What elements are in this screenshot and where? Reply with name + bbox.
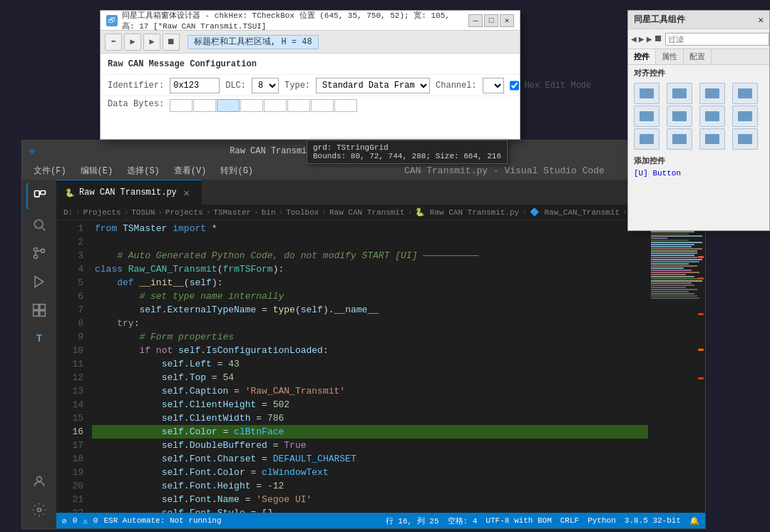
byte-7[interactable] xyxy=(334,99,357,112)
byte-1[interactable] xyxy=(193,99,216,112)
align-icon-inner-10 xyxy=(672,134,687,144)
ln-21: 21 xyxy=(56,493,83,506)
ln-3: 3 xyxy=(56,249,83,262)
mm-31 xyxy=(651,287,686,288)
designer-close-btn[interactable]: ✕ xyxy=(500,14,514,27)
tab-raw-can[interactable]: 🐍 Raw CAN Transmit.py ✕ xyxy=(56,180,202,205)
activity-search-icon[interactable] xyxy=(26,212,52,237)
rp-stop-btn[interactable]: ⏹ xyxy=(654,31,663,47)
align-icon-9[interactable] xyxy=(634,128,659,150)
status-bell-icon[interactable]: 🔔 xyxy=(689,516,699,526)
align-icon-inner-8 xyxy=(738,111,752,121)
main-content: 🐍 Raw CAN Transmit.py ✕ D: › Projects › … xyxy=(56,180,705,528)
align-icon-3[interactable] xyxy=(699,83,725,104)
align-icon-10[interactable] xyxy=(667,128,692,150)
rp-run-btn[interactable]: ▶ xyxy=(647,31,652,47)
right-panel-close-btn[interactable]: ✕ xyxy=(758,14,764,26)
align-icon-11[interactable] xyxy=(699,128,725,150)
designer-maximize-btn[interactable]: □ xyxy=(484,14,498,27)
ln-13: 13 xyxy=(56,384,83,398)
type-select[interactable]: Standard Data Frame xyxy=(316,78,430,93)
code-line-12: self.Top = 54 xyxy=(92,371,648,384)
editor-area: 1 2 3 4 5 6 7 8 9 10 11 12 13 14 15 16 1 xyxy=(56,220,705,513)
designer-tool-btn-3[interactable]: ▶ xyxy=(143,34,160,51)
align-icon-12[interactable] xyxy=(732,128,758,150)
activity-account-icon[interactable] xyxy=(26,469,52,494)
tab-close-btn[interactable]: ✕ xyxy=(181,187,192,198)
ln-16: 16 xyxy=(56,425,83,439)
align-icon-7[interactable] xyxy=(699,106,725,127)
mm-32 xyxy=(651,289,697,290)
align-icon-6[interactable] xyxy=(667,106,692,127)
menu-select[interactable]: 选择(S) xyxy=(121,163,165,178)
mm-10 xyxy=(651,242,702,243)
designer-minimize-btn[interactable]: — xyxy=(468,14,483,27)
rp-tab-controls[interactable]: 控件 xyxy=(628,49,656,64)
mm-28 xyxy=(651,280,702,282)
status-eol[interactable]: CRLF xyxy=(560,516,579,525)
status-language[interactable]: Python xyxy=(587,516,616,525)
status-encoding[interactable]: UTF-8 with BOM xyxy=(486,516,551,525)
ln-9: 9 xyxy=(56,330,83,344)
menu-edit[interactable]: 编辑(E) xyxy=(75,163,119,178)
rp-filter-input[interactable] xyxy=(665,33,769,46)
align-icon-inner-7 xyxy=(705,111,719,121)
byte-4[interactable] xyxy=(264,99,287,112)
status-error-count: 0 xyxy=(73,516,78,525)
bc-class: 🔷 Raw_CAN_Transmit xyxy=(530,208,620,217)
rp-tab-config[interactable]: 配置 xyxy=(684,49,712,64)
mm-error-2 xyxy=(698,277,704,280)
hex-edit-checkbox[interactable] xyxy=(510,81,519,91)
byte-3[interactable] xyxy=(240,99,263,112)
ln-11: 11 xyxy=(56,357,83,371)
code-line-18: self.Font.Charset = DEFAULT_CHARSET xyxy=(92,452,648,466)
activity-settings-icon[interactable] xyxy=(26,497,52,523)
designer-tool-btn-1[interactable]: ⬅ xyxy=(105,34,122,51)
align-icon-1[interactable] xyxy=(634,83,659,104)
code-line-10: if not self.IsConfigurationLoaded: xyxy=(92,344,648,357)
byte-2[interactable] xyxy=(217,99,240,112)
byte-0[interactable] xyxy=(170,99,192,112)
mm-error-4 xyxy=(698,349,704,351)
code-line-17: self.DoubleBuffered = True xyxy=(92,439,648,452)
align-icon-8[interactable] xyxy=(732,106,758,127)
ln-14: 14 xyxy=(56,398,83,411)
dlc-select[interactable]: 8 xyxy=(252,78,279,93)
ln-18: 18 xyxy=(56,452,83,466)
rp-add-button-item[interactable]: [U] Button xyxy=(628,168,769,179)
type-label: Type: xyxy=(284,81,310,91)
designer-tool-btn-2[interactable]: ▶ xyxy=(124,34,141,51)
rp-forward-btn[interactable]: ▶ xyxy=(639,31,645,47)
align-icon-4[interactable] xyxy=(732,83,758,104)
code-editor[interactable]: from TSMaster import * # Auto Generated … xyxy=(92,220,648,513)
status-spaces[interactable]: 空格: 4 xyxy=(448,516,478,526)
activity-extensions-icon[interactable] xyxy=(26,297,52,323)
minimap xyxy=(648,220,705,513)
rp-align-section: 对齐控件 xyxy=(628,65,769,80)
designer-tool-btn-4[interactable]: ⏹ xyxy=(163,34,180,51)
menu-view[interactable]: 查看(V) xyxy=(168,163,212,178)
mm-15 xyxy=(651,252,697,254)
data-bytes-label: Data Bytes: xyxy=(108,99,164,109)
byte-6[interactable] xyxy=(311,99,334,112)
byte-5[interactable] xyxy=(287,99,310,112)
activity-tsmaster-icon[interactable]: T xyxy=(26,326,52,352)
mm-7 xyxy=(651,235,702,237)
rp-back-btn[interactable]: ◀ xyxy=(631,31,637,47)
activity-explorer-icon[interactable] xyxy=(26,183,52,209)
code-line-20: self.Font.Height = -12 xyxy=(92,479,648,493)
code-line-8: try: xyxy=(92,317,648,330)
align-icon-5[interactable] xyxy=(634,106,659,127)
menu-file[interactable]: 文件(F) xyxy=(28,163,72,178)
activity-git-icon[interactable] xyxy=(26,240,52,266)
mm-17 xyxy=(651,257,697,258)
activity-debug-icon[interactable] xyxy=(26,269,52,295)
menu-goto[interactable]: 转到(G) xyxy=(215,163,259,178)
align-icon-2[interactable] xyxy=(667,83,692,104)
channel-select[interactable] xyxy=(483,78,504,93)
status-line-col[interactable]: 行 16, 列 25 xyxy=(386,516,439,526)
mm-35 xyxy=(651,295,697,297)
vscode-menubar: 文件(F) 编辑(E) 选择(S) 查看(V) 转到(G) CAN Transm… xyxy=(22,162,705,180)
rp-tab-props[interactable]: 属性 xyxy=(656,49,684,64)
identifier-input[interactable] xyxy=(170,78,220,93)
